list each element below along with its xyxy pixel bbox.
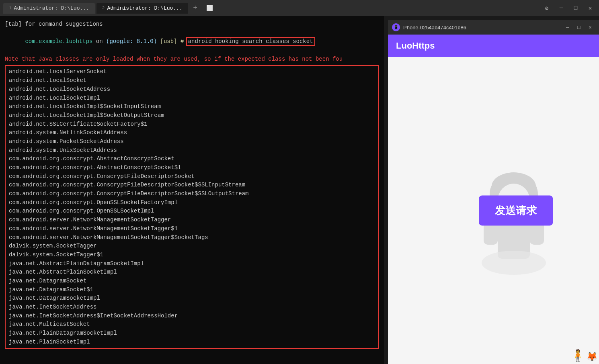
class-list-container: android.net.LocalServerSocket android.ne… bbox=[5, 65, 379, 349]
class-item-23: java.net.AbstractPlainSocketImpl bbox=[9, 268, 375, 277]
app-panel: 📱 Phone-0254ab474c401b86 ─ □ ✕ LuoHttps bbox=[384, 16, 599, 364]
app-body: 发送请求 🧍 🦊 bbox=[388, 57, 599, 364]
class-item-31: java.net.PlainSocketImpl bbox=[9, 338, 375, 347]
settings-button[interactable]: ⚙ bbox=[541, 2, 552, 14]
class-item-6: android.net.SSLCertificateSocketFactory$… bbox=[9, 120, 375, 129]
close-button[interactable]: ✕ bbox=[585, 2, 596, 14]
class-item-30: java.net.PlainDatagramSocketImpl bbox=[9, 329, 375, 338]
class-item-9: android.system.UnixSocketAddress bbox=[9, 146, 375, 155]
class-item-18: com.android.server.NetworkManagementSock… bbox=[9, 225, 375, 233]
app-icon: 📱 bbox=[392, 23, 400, 31]
class-item-24: java.net.DatagramSocket bbox=[9, 277, 375, 286]
prompt-device: (google: 8.1.0) bbox=[106, 38, 157, 45]
app-titlebar: 📱 Phone-0254ab474c401b86 ─ □ ✕ bbox=[388, 20, 599, 35]
class-item-14: com.android.org.conscrypt.ConscryptFileD… bbox=[9, 190, 375, 198]
class-item-8: android.system.PacketSocketAddress bbox=[9, 137, 375, 146]
terminal-panel[interactable]: [tab] for command suggestions com.exampl… bbox=[0, 16, 384, 364]
app-window-title: Phone-0254ab474c401b86 bbox=[403, 25, 560, 31]
tab-2-label: Administrator: D:\Luo... bbox=[107, 5, 182, 11]
terminal-line-tab-hint: [tab] for command suggestions bbox=[5, 20, 379, 29]
app-icon-label: 📱 bbox=[394, 25, 398, 30]
minimize-button[interactable]: ─ bbox=[556, 2, 567, 14]
class-item-25: java.net.DatagramSocket$1 bbox=[9, 286, 375, 294]
class-item-16: com.android.org.conscrypt.OpenSSLSocketI… bbox=[9, 207, 375, 216]
anime-watermark bbox=[428, 89, 599, 364]
app-header-title: LuoHttps bbox=[396, 41, 435, 51]
figure-green: 🧍 bbox=[571, 349, 585, 362]
restore-button[interactable]: ⬜ bbox=[204, 2, 215, 14]
terminal-prompt-line: com.example.luohttps on (google: 8.1.0) … bbox=[5, 29, 379, 55]
window-controls: ⚙ ─ □ ✕ bbox=[541, 2, 596, 14]
prompt-package: com.example.luohttps bbox=[25, 38, 92, 45]
terminal-titlebar: 1 Administrator: D:\Luo... 2 Administrat… bbox=[0, 0, 599, 16]
tab-1-number: 1 bbox=[9, 6, 12, 10]
class-item-12: com.android.org.conscrypt.ConscryptFileD… bbox=[9, 172, 375, 181]
class-item-2: android.net.LocalSocketAddress bbox=[9, 85, 375, 94]
class-item-28: java.net.InetSocketAddress$InetSocketAdd… bbox=[9, 312, 375, 321]
app-maximize-button[interactable]: □ bbox=[574, 22, 584, 32]
app-close-button[interactable]: ✕ bbox=[585, 22, 595, 32]
class-item-3: android.net.LocalSocketImpl bbox=[9, 94, 375, 103]
send-request-button[interactable]: 发送请求 bbox=[479, 196, 553, 226]
class-item-27: java.net.InetSocketAddress bbox=[9, 303, 375, 312]
class-item-0: android.net.LocalServerSocket bbox=[9, 67, 375, 76]
tab-2-number: 2 bbox=[102, 6, 105, 10]
class-item-13: com.android.org.conscrypt.ConscryptFileD… bbox=[9, 181, 375, 190]
class-item-7: android.system.NetlinkSocketAddress bbox=[9, 129, 375, 137]
tab-2[interactable]: 2 Administrator: D:\Luo... bbox=[96, 3, 188, 14]
add-tab-button[interactable]: + bbox=[190, 2, 201, 14]
app-minimize-button[interactable]: ─ bbox=[563, 22, 572, 32]
figure-orange: 🦊 bbox=[587, 352, 597, 362]
class-item-10: com.android.org.conscrypt.AbstractConscr… bbox=[9, 155, 375, 164]
class-item-1: android.net.LocalSocket bbox=[9, 76, 375, 85]
class-item-20: dalvik.system.SocketTagger bbox=[9, 242, 375, 251]
prompt-usb: [usb] # bbox=[157, 38, 187, 45]
class-item-17: com.android.server.NetworkManagementSock… bbox=[9, 216, 375, 225]
class-item-4: android.net.LocalSocketImpl$SocketInputS… bbox=[9, 102, 375, 111]
svg-point-14 bbox=[482, 251, 546, 275]
class-item-21: dalvik.system.SocketTagger$1 bbox=[9, 251, 375, 260]
app-window: 📱 Phone-0254ab474c401b86 ─ □ ✕ LuoHttps bbox=[388, 20, 599, 364]
class-item-15: com.android.org.conscrypt.OpenSSLSocketF… bbox=[9, 198, 375, 207]
app-header: LuoHttps bbox=[388, 35, 599, 57]
bottom-decoration-figures: 🧍 🦊 bbox=[569, 347, 599, 364]
terminal-command: android hooking search classes socket bbox=[187, 38, 314, 45]
app-win-controls: ─ □ ✕ bbox=[563, 22, 595, 32]
terminal-note-line: Note that Java classes are only loaded w… bbox=[5, 55, 379, 64]
prompt-on: on bbox=[92, 38, 106, 45]
maximize-button[interactable]: □ bbox=[570, 2, 581, 14]
tab-1-label: Administrator: D:\Luo... bbox=[14, 5, 89, 11]
class-item-11: com.android.org.conscrypt.AbstractConscr… bbox=[9, 164, 375, 172]
class-item-22: java.net.AbstractPlainDatagramSocketImpl bbox=[9, 260, 375, 268]
class-item-19: com.android.server.NetworkManagementSock… bbox=[9, 233, 375, 242]
class-item-29: java.net.MulticastSocket bbox=[9, 320, 375, 329]
class-item-5: android.net.LocalSocketImpl$SocketOutput… bbox=[9, 111, 375, 120]
class-item-26: java.net.DatagramSocketImpl bbox=[9, 294, 375, 303]
main-content: [tab] for command suggestions com.exampl… bbox=[0, 16, 599, 364]
tab-1[interactable]: 1 Administrator: D:\Luo... bbox=[3, 3, 95, 14]
